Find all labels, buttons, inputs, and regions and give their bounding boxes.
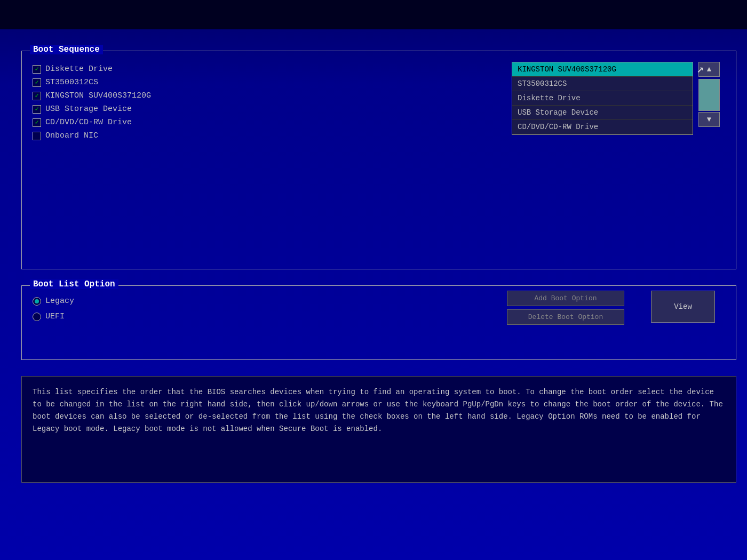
action-buttons-group: Add Boot Option Delete Boot Option: [507, 291, 624, 325]
checkbox-cddvd[interactable]: ✓: [33, 118, 41, 127]
boot-item-usb-label: USB Storage Device: [45, 105, 132, 114]
boot-item-kingston[interactable]: ✓ KINGSTON SUV400S37120G: [33, 91, 151, 100]
delete-boot-option-button[interactable]: Delete Boot Option: [507, 309, 624, 325]
checkbox-nic[interactable]: [33, 132, 41, 140]
boot-item-usb[interactable]: ✓ USB Storage Device: [33, 105, 151, 114]
top-bar: [0, 0, 747, 29]
main-content: Boot Sequence ✓ Diskette Drive ✓ ST35003…: [16, 29, 731, 544]
checkbox-st3500[interactable]: ✓: [33, 78, 41, 87]
scroll-down-button[interactable]: ▼: [698, 112, 720, 127]
boot-sequence-section: Boot Sequence ✓ Diskette Drive ✓ ST35003…: [21, 51, 736, 269]
boot-item-cddvd-label: CD/DVD/CD-RW Drive: [45, 118, 132, 127]
boot-sequence-title: Boot Sequence: [30, 45, 103, 54]
boot-item-diskette-label: Diskette Drive: [45, 65, 113, 74]
boot-list-option-title: Boot List Option: [30, 279, 118, 289]
radio-uefi-indicator: [33, 313, 41, 321]
checkbox-diskette[interactable]: ✓: [33, 65, 41, 74]
checkbox-usb[interactable]: ✓: [33, 105, 41, 114]
boot-order-item-0[interactable]: KINGSTON SUV400S37120G: [512, 62, 693, 77]
scroll-bar: [698, 79, 720, 111]
boot-item-cddvd[interactable]: ✓ CD/DVD/CD-RW Drive: [33, 118, 151, 127]
boot-list-radio-group: Legacy UEFI: [33, 297, 74, 321]
boot-order-item-3[interactable]: USB Storage Device: [512, 106, 693, 120]
boot-item-nic-label: Onboard NIC: [45, 131, 98, 140]
radio-uefi-label: UEFI: [45, 312, 65, 321]
boot-order-item-1[interactable]: ST3500312CS: [512, 77, 693, 91]
boot-order-item-2[interactable]: Diskette Drive: [512, 91, 693, 106]
boot-list-option-section: Boot List Option Legacy UEFI: [21, 285, 736, 360]
description-section: This list specifies the order that the B…: [21, 376, 736, 483]
boot-item-diskette[interactable]: ✓ Diskette Drive: [33, 65, 151, 74]
boot-item-st3500-label: ST3500312CS: [45, 78, 98, 87]
radio-uefi[interactable]: UEFI: [33, 312, 74, 321]
view-button[interactable]: View: [651, 291, 715, 323]
boot-item-nic[interactable]: Onboard NIC: [33, 131, 151, 140]
radio-legacy-label: Legacy: [45, 297, 74, 306]
add-boot-option-button[interactable]: Add Boot Option: [507, 291, 624, 306]
cursor-arrow: ↗: [697, 62, 704, 76]
radio-legacy-indicator: [33, 297, 41, 306]
boot-order-item-4[interactable]: CD/DVD/CD-RW Drive: [512, 120, 693, 134]
boot-item-st3500[interactable]: ✓ ST3500312CS: [33, 78, 151, 87]
checkbox-kingston[interactable]: ✓: [33, 92, 41, 100]
description-text: This list specifies the order that the B…: [33, 386, 725, 435]
boot-order-list: KINGSTON SUV400S37120G ST3500312CS Diske…: [512, 62, 693, 135]
boot-item-kingston-label: KINGSTON SUV400S37120G: [45, 91, 151, 100]
boot-items-list: ✓ Diskette Drive ✓ ST3500312CS ✓ KINGSTO…: [33, 65, 151, 140]
radio-legacy[interactable]: Legacy: [33, 297, 74, 306]
